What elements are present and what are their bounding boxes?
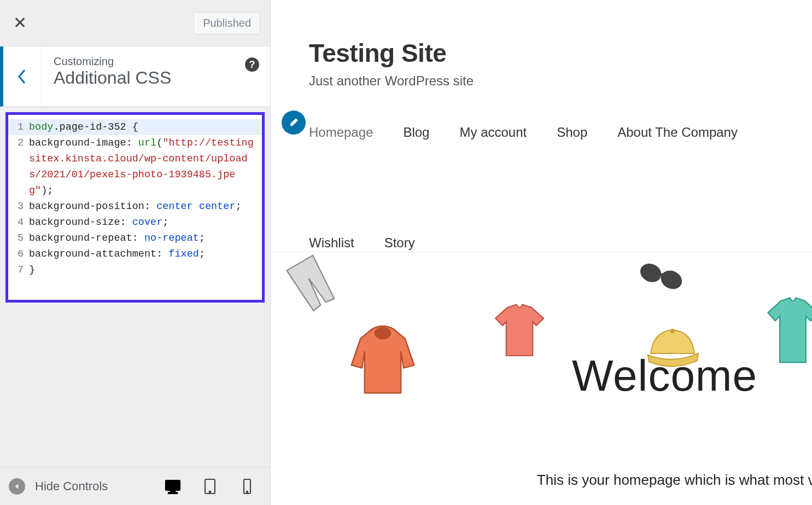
section-title: Additional CSS [54,68,258,88]
device-desktop-icon[interactable] [164,478,182,495]
code-line[interactable]: 6background-attachment: fixed; [8,246,262,262]
code-content[interactable]: body.page-id-352 { [29,119,145,135]
code-content[interactable]: background-repeat: no-repeat; [29,230,212,246]
panel-topbar: ✕ Published [0,0,270,47]
site-tagline: Just another WordPress site [309,73,812,89]
code-line[interactable]: 1body.page-id-352 { [8,119,262,135]
tshirt-teal-illustration [763,296,812,367]
code-line[interactable]: 5background-repeat: no-repeat; [8,230,262,246]
svg-point-7 [247,491,248,492]
device-tablet-icon[interactable] [201,478,219,495]
nav-item[interactable]: Story [384,235,415,251]
line-number: 5 [8,230,29,246]
sunglasses-illustration [633,252,691,300]
nav-item[interactable]: About The Company [617,125,738,140]
hero-subtext: This is your homepage which is what most… [537,472,812,489]
hide-controls-button[interactable]: Hide Controls [35,479,108,494]
tshirt-red-illustration [489,301,550,362]
customizer-panel: ✕ Published Customizing Additional CSS ?… [0,0,271,505]
nav-item[interactable]: Blog [403,125,429,140]
line-number: 7 [8,262,29,278]
svg-point-5 [209,491,211,492]
line-number: 2 [8,135,29,199]
back-button[interactable] [3,47,42,106]
publish-status-button[interactable]: Published [194,12,260,34]
device-mobile-icon[interactable] [238,478,256,495]
code-line[interactable]: 7} [8,262,262,278]
code-content[interactable]: background-size: cover; [29,214,175,230]
panel-footer: Hide Controls [0,467,270,505]
css-editor[interactable]: 1body.page-id-352 {2background-image: ur… [5,112,265,303]
hero-section: Welcome This is your homepage which is w… [271,252,812,505]
line-number: 4 [8,214,29,230]
svg-marker-0 [15,484,18,489]
nav-item[interactable]: Shop [557,125,587,140]
line-number: 3 [8,199,29,214]
collapse-icon[interactable] [9,478,25,495]
code-content[interactable]: } [29,262,42,278]
pencil-icon [288,117,299,128]
nav-item[interactable]: Wishlist [309,235,354,251]
svg-point-8 [637,260,664,286]
line-number: 6 [8,246,29,262]
customizing-label: Customizing [54,55,258,68]
code-content[interactable]: background-image: url("http://testingsit… [29,135,262,199]
pants-illustration [271,252,358,325]
svg-rect-3 [168,492,177,494]
nav-item[interactable]: My account [459,125,527,140]
hoodie-illustration [347,323,418,400]
svg-point-11 [670,329,675,333]
svg-rect-1 [166,480,180,490]
close-icon[interactable]: ✕ [10,11,30,34]
code-content[interactable]: background-attachment: fixed; [29,246,212,262]
panel-header: Customizing Additional CSS ? [0,47,270,107]
code-line[interactable]: 4background-size: cover; [8,214,262,230]
edit-shortcut-button[interactable] [282,111,306,135]
code-line[interactable]: 3background-position: center center; [8,199,262,214]
svg-point-9 [658,267,685,292]
line-number: 1 [8,119,29,135]
code-line[interactable]: 2background-image: url("http://testingsi… [8,135,262,199]
hero-heading: Welcome [572,351,757,401]
site-preview: Testing Site Just another WordPress site… [271,0,812,505]
chevron-left-icon [17,68,28,85]
help-icon[interactable]: ? [245,57,259,72]
nav-item[interactable]: Homepage [309,125,373,140]
primary-nav: HomepageBlogMy accountShopAbout The Comp… [309,125,790,251]
svg-point-10 [375,327,392,339]
code-content[interactable]: background-position: center center; [29,199,248,214]
site-title[interactable]: Testing Site [309,38,812,68]
device-switcher [164,478,261,495]
